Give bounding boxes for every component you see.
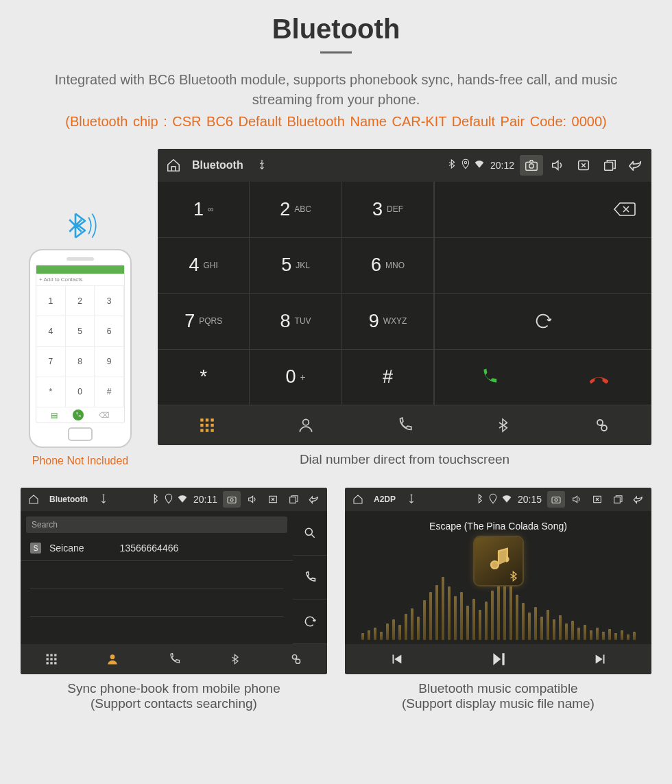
phonebook-title: Bluetooth — [49, 495, 88, 504]
recent-apps-icon[interactable] — [609, 491, 627, 508]
sync-button[interactable] — [435, 294, 651, 349]
wifi-status-icon — [501, 493, 512, 506]
dialpad-area: 1∞2ABC3DEF4GHI5JKL6MNO7PQRS8TUV9WXYZ*0+# — [158, 182, 651, 405]
svg-rect-10 — [211, 424, 213, 427]
dial-key-*[interactable]: * — [158, 350, 250, 406]
phonebook-caption-l2: (Support contacts searching) — [21, 696, 327, 711]
bluetooth-icon — [61, 206, 99, 245]
contact-name: Seicane — [49, 543, 84, 554]
backspace-button[interactable] — [597, 182, 651, 237]
gps-status-icon — [488, 493, 499, 506]
svg-rect-8 — [200, 424, 203, 427]
screenshot-icon[interactable] — [547, 491, 565, 508]
dialer-caption: Dial number direct from touchscreen — [158, 452, 651, 467]
svg-rect-30 — [552, 497, 560, 503]
bottom-row: Bluetooth 20:11 Search S Seicane — [21, 488, 651, 711]
contact-row[interactable]: S Seicane 13566664466 — [21, 538, 293, 561]
usb-icon — [250, 155, 274, 176]
player-bar — [345, 644, 651, 674]
dial-key-7[interactable]: 7PQRS — [158, 294, 250, 350]
back-icon[interactable] — [624, 155, 647, 176]
dial-key-3[interactable]: 3DEF — [342, 182, 434, 238]
play-pause-button[interactable] — [447, 644, 549, 674]
phone-screen: + Add to Contacts 123 456 789 *0# ▤ ⌫ — [36, 265, 125, 423]
close-app-icon[interactable] — [588, 491, 606, 508]
svg-rect-5 — [200, 418, 203, 421]
svg-rect-20 — [46, 654, 48, 656]
search-button[interactable] — [293, 511, 327, 556]
music-topbar: A2DP 20:15 — [345, 488, 651, 511]
svg-rect-4 — [605, 162, 613, 170]
dialer-screen: Bluetooth 20:12 — [158, 149, 651, 445]
dial-key-#[interactable]: # — [342, 350, 434, 406]
phonebook-bottom-bar — [21, 644, 327, 674]
dial-key-1[interactable]: 1∞ — [158, 182, 250, 238]
call-contact-button[interactable] — [293, 556, 327, 600]
svg-point-0 — [464, 161, 466, 163]
svg-rect-27 — [50, 662, 52, 664]
dial-key-4[interactable]: 4GHI — [158, 238, 250, 294]
dial-key-8[interactable]: 8TUV — [250, 294, 341, 350]
tab-bluetooth[interactable] — [204, 644, 265, 674]
back-icon[interactable] — [629, 491, 647, 508]
prev-button[interactable] — [345, 644, 447, 674]
phone-caption: Phone Not Included — [32, 455, 129, 467]
svg-rect-24 — [50, 658, 52, 660]
dial-key-5[interactable]: 5JKL — [250, 238, 341, 294]
music-caption-l2: (Support display music file name) — [345, 696, 651, 711]
tab-contacts[interactable] — [82, 644, 143, 674]
dial-key-9[interactable]: 9WXYZ — [342, 294, 434, 350]
tab-pair[interactable] — [266, 644, 327, 674]
volume-icon[interactable] — [546, 155, 569, 176]
refresh-button[interactable] — [293, 599, 327, 644]
close-app-icon[interactable] — [264, 491, 282, 508]
home-icon[interactable] — [25, 491, 43, 508]
phonebook-topbar: Bluetooth 20:11 — [21, 488, 327, 511]
svg-rect-23 — [46, 658, 48, 660]
page-title: Bluetooth — [21, 14, 651, 45]
recent-apps-icon[interactable] — [598, 155, 621, 176]
clock: 20:11 — [193, 494, 217, 505]
tab-keypad[interactable] — [21, 644, 82, 674]
volume-icon[interactable] — [568, 491, 586, 508]
home-icon[interactable] — [162, 155, 185, 176]
call-button[interactable] — [435, 350, 543, 405]
svg-rect-13 — [211, 429, 213, 431]
tab-contacts[interactable] — [256, 405, 355, 445]
tab-pair[interactable] — [553, 405, 651, 445]
search-input[interactable]: Search — [26, 516, 287, 533]
dialer-column: Bluetooth 20:12 — [158, 149, 651, 467]
next-button[interactable] — [549, 644, 651, 674]
page-description: Integrated with BC6 Bluetooth module, su… — [34, 70, 638, 110]
album-art — [475, 537, 523, 585]
screenshot-icon[interactable] — [520, 155, 543, 176]
hangup-button[interactable] — [543, 350, 651, 405]
svg-point-16 — [230, 499, 233, 501]
dial-key-0[interactable]: 0+ — [250, 350, 341, 406]
svg-rect-33 — [614, 497, 621, 503]
bt-status-icon — [446, 158, 457, 172]
tab-keypad[interactable] — [158, 405, 256, 445]
svg-rect-11 — [200, 429, 203, 431]
gps-status-icon — [163, 493, 174, 506]
recent-apps-icon[interactable] — [285, 491, 302, 508]
dial-key-6[interactable]: 6MNO — [342, 238, 434, 294]
home-icon[interactable] — [349, 491, 367, 508]
tab-recent[interactable] — [355, 405, 454, 445]
title-underline — [320, 51, 352, 54]
tab-bluetooth[interactable] — [454, 405, 553, 445]
wifi-status-icon — [474, 158, 485, 172]
volume-icon[interactable] — [243, 491, 261, 508]
svg-rect-18 — [290, 497, 296, 503]
close-app-icon[interactable] — [572, 155, 595, 176]
gps-status-icon — [460, 158, 471, 172]
tab-recent[interactable] — [143, 644, 204, 674]
music-screen: A2DP 20:15 Escape (The Pina Colada Song) — [345, 488, 651, 674]
phonebook-screen: Bluetooth 20:11 Search S Seicane — [21, 488, 327, 674]
screenshot-icon[interactable] — [223, 491, 241, 508]
music-caption-l1: Bluetooth music compatible — [418, 681, 577, 696]
dial-key-2[interactable]: 2ABC — [250, 182, 341, 238]
phone-device: + Add to Contacts 123 456 789 *0# ▤ ⌫ — [29, 249, 132, 448]
contact-badge: S — [30, 543, 41, 554]
back-icon[interactable] — [305, 491, 323, 508]
